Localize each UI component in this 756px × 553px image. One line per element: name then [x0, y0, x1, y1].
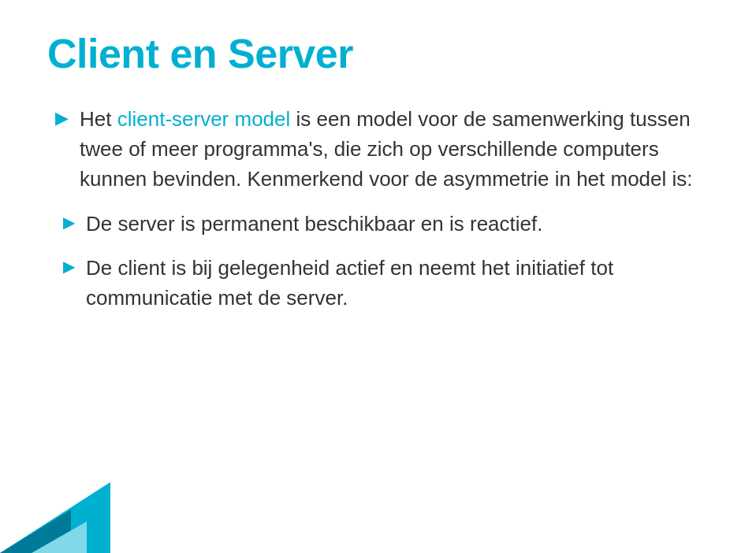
sub-bullet-2: ▶ De client is bij gelegenheid actief en… — [63, 254, 709, 313]
decorative-triangles — [0, 474, 158, 553]
sub-bullet-1-arrow: ▶ — [63, 213, 75, 232]
content-area: ▶ Het client-server model is een model v… — [47, 105, 709, 313]
triangle-light — [32, 521, 87, 553]
main-bullet-text-before: Het — [80, 107, 117, 131]
sub-bullet-1: ▶ De server is permanent beschikbaar en … — [63, 210, 709, 239]
main-bullet: ▶ Het client-server model is een model v… — [55, 105, 709, 194]
slide-title: Client en Server — [47, 32, 709, 76]
main-bullet-arrow: ▶ — [55, 108, 69, 128]
main-bullet-highlight: client-server model — [117, 107, 291, 131]
sub-bullet-1-text: De server is permanent beschikbaar en is… — [86, 210, 543, 239]
sub-bullet-2-text: De client is bij gelegenheid actief en n… — [86, 254, 709, 313]
sub-bullets-container: ▶ De server is permanent beschikbaar en … — [55, 210, 709, 313]
main-bullet-text: Het client-server model is een model voo… — [80, 105, 709, 194]
sub-bullet-2-arrow: ▶ — [63, 257, 75, 276]
slide: Client en Server ▶ Het client-server mod… — [0, 0, 756, 553]
